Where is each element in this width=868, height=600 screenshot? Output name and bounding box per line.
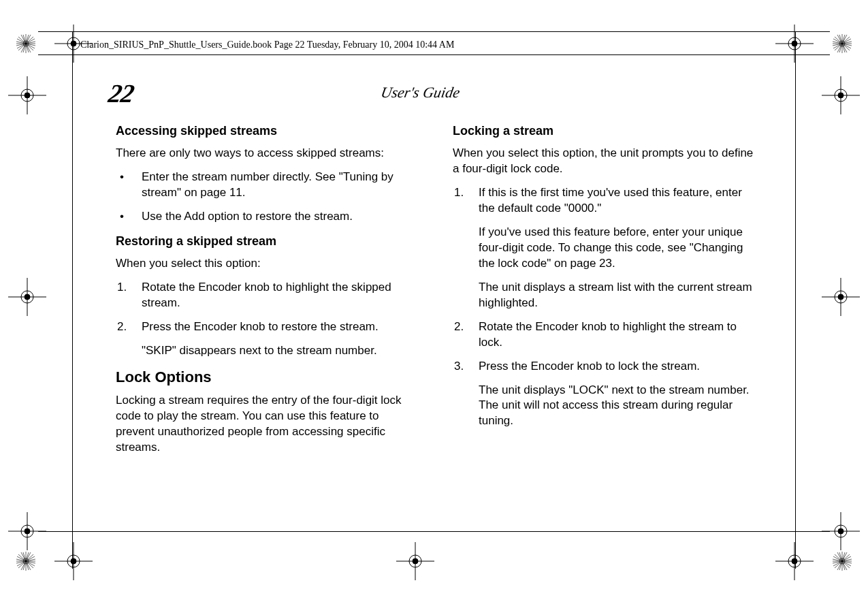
svg-line-116 xyxy=(16,559,26,561)
registration-mark-icon xyxy=(8,278,46,316)
step-text: Press the Encoder knob to lock the strea… xyxy=(479,360,700,373)
step-item: Rotate the Encoder knob to highlight the… xyxy=(453,319,756,351)
bullet-item: Enter the stream number directly. See "T… xyxy=(116,170,419,201)
body: Accessing skipped streams There are only… xyxy=(116,123,756,463)
svg-line-140 xyxy=(833,561,842,563)
step-list: Rotate the Encoder knob to highlight the… xyxy=(116,280,419,359)
left-column: Accessing skipped streams There are only… xyxy=(116,123,419,463)
rule xyxy=(795,31,796,569)
page: Clarion_SIRIUS_PnP_Shuttle_Users_Guide.b… xyxy=(0,0,868,600)
registration-mark-icon xyxy=(775,25,814,63)
heading-lock-options: Lock Options xyxy=(116,367,419,388)
para: Locking a stream requires the entry of t… xyxy=(116,393,419,456)
para: When you select this option, the unit pr… xyxy=(453,146,756,177)
heading-restoring-skipped: Restoring a skipped stream xyxy=(116,233,419,249)
step-item: Press the Encoder knob to lock the strea… xyxy=(453,359,756,430)
svg-line-59 xyxy=(26,42,35,44)
step-list: If this is the first time you've used th… xyxy=(453,185,756,429)
bullet-item: Use the Add option to restore the stream… xyxy=(116,209,419,225)
svg-line-135 xyxy=(842,561,852,563)
svg-point-15 xyxy=(838,93,843,98)
svg-point-3 xyxy=(71,41,76,46)
svg-line-60 xyxy=(26,44,35,46)
step-item: If this is the first time you've used th… xyxy=(453,185,756,311)
registration-mark-icon xyxy=(822,76,860,114)
rule xyxy=(38,54,830,55)
svg-point-19 xyxy=(25,294,30,300)
svg-point-27 xyxy=(25,528,30,534)
doc-header: Clarion_SIRIUS_PnP_Shuttle_Users_Guide.b… xyxy=(80,40,454,50)
svg-line-90 xyxy=(833,44,842,46)
step-text: Rotate the Encoder knob to highlight the… xyxy=(479,320,737,349)
sunburst-icon xyxy=(833,34,852,53)
heading-locking-stream: Locking a stream xyxy=(453,123,756,139)
step-note: "SKIP" disappears next to the stream num… xyxy=(142,343,419,359)
rule xyxy=(38,531,830,532)
step-note: If you've used this feature before, ente… xyxy=(479,225,756,272)
registration-mark-icon xyxy=(822,278,860,316)
svg-line-110 xyxy=(26,561,35,563)
rule xyxy=(38,31,830,32)
svg-line-66 xyxy=(16,42,26,44)
svg-line-141 xyxy=(833,559,842,561)
registration-mark-icon xyxy=(775,542,814,580)
svg-line-134 xyxy=(842,559,852,561)
svg-point-39 xyxy=(413,558,418,564)
svg-point-11 xyxy=(25,93,30,98)
para: There are only two ways to access skippe… xyxy=(116,146,419,161)
rule xyxy=(72,31,73,569)
sunburst-icon xyxy=(16,34,35,53)
step-text: Press the Encoder knob to restore the st… xyxy=(142,320,379,333)
registration-mark-icon xyxy=(396,542,434,580)
svg-line-84 xyxy=(842,42,852,44)
step-item: Rotate the Encoder knob to highlight the… xyxy=(116,280,419,311)
registration-mark-icon xyxy=(8,512,46,550)
registration-mark-icon xyxy=(54,542,93,580)
svg-point-7 xyxy=(792,41,797,46)
registration-mark-icon xyxy=(822,512,860,550)
svg-point-23 xyxy=(838,294,843,300)
registration-mark-icon xyxy=(8,76,46,114)
svg-line-91 xyxy=(833,42,842,44)
bullet-list: Enter the stream number directly. See "T… xyxy=(116,170,419,225)
sunburst-icon xyxy=(833,552,852,571)
sunburst-icon xyxy=(16,552,35,571)
svg-line-115 xyxy=(16,561,26,563)
svg-line-109 xyxy=(26,559,35,561)
svg-line-65 xyxy=(16,44,26,46)
running-head: 22 User's Guide xyxy=(109,84,732,111)
right-column: Locking a stream When you select this op… xyxy=(453,123,756,463)
running-head-title: User's Guide xyxy=(108,84,734,101)
heading-accessing-skipped: Accessing skipped streams xyxy=(116,123,419,139)
svg-point-35 xyxy=(71,558,76,564)
step-item: Press the Encoder knob to restore the st… xyxy=(116,319,419,359)
step-text: If this is the first time you've used th… xyxy=(479,186,742,215)
step-text: Rotate the Encoder knob to highlight the… xyxy=(142,281,391,309)
svg-line-85 xyxy=(842,44,852,46)
svg-point-31 xyxy=(838,528,843,534)
para: When you select this option: xyxy=(116,256,419,272)
svg-point-43 xyxy=(792,558,797,564)
step-note: The unit displays "LOCK" next to the str… xyxy=(479,383,756,430)
step-note: The unit displays a stream list with the… xyxy=(479,280,756,311)
